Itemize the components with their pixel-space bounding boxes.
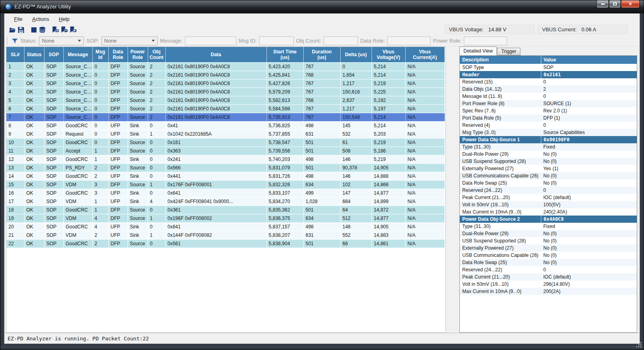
packet-row[interactable]: 20OKSOPGoodCRC4UFPSink00x8415,837,157498… [6, 222, 445, 231]
detail-row[interactable]: Reserved (24...22)0 [460, 266, 637, 273]
power-role-filter-input[interactable] [464, 37, 507, 45]
packet-row[interactable]: 15OKSOPVDM3DFPSource10x176F 0xFF0080015,… [6, 180, 445, 189]
obj-count-filter-input[interactable] [323, 37, 358, 45]
packet-row[interactable]: 14OKSOPGoodCRC2UFPSink00x4415,831,726498… [6, 172, 445, 180]
packet-row[interactable]: 18OKSOPGoodCRC1DFPSource00x3615,835,3625… [6, 206, 445, 214]
detail-row[interactable]: Volt in 50mV (19...10)296(14.80V) [460, 281, 637, 288]
detail-row[interactable]: USB Suspend Supported (28)No (0) [460, 237, 637, 244]
detail-section-row[interactable]: Header0x2161 [460, 71, 637, 78]
detail-row[interactable]: USB Communications Capable (26)No (0) [460, 172, 637, 179]
save-file-icon[interactable] [16, 26, 25, 34]
column-header[interactable]: Start Time (us) [266, 47, 303, 62]
column-header[interactable]: Message [63, 47, 92, 62]
detail-description: Data Objs (14..12) [460, 85, 541, 93]
packet-row[interactable]: 12OKSOPGoodCRC1UFPSink00x2415,740,203498… [6, 155, 445, 163]
goto-bookmark-icon[interactable] [69, 26, 77, 34]
column-header[interactable]: Power Role [128, 47, 148, 62]
detail-row[interactable]: Dual-Role Power (29)No (0) [460, 230, 637, 237]
column-header[interactable]: Vbus Voltage(V) [372, 47, 405, 62]
packet-row[interactable]: 22OKSOPGoodCRC2DFPSource00x5615,838,9045… [6, 239, 445, 248]
packet-row[interactable]: 5OKSOPSource_Cap0DFPSource20x2161 0x8019… [6, 96, 445, 104]
title-bar[interactable]: EZ-PD™ Analyzer Utility ✕ [0, 0, 644, 13]
sop-filter-dropdown[interactable]: None [102, 37, 158, 45]
column-header[interactable]: SL# [6, 47, 24, 62]
menu-item-actions[interactable]: Actions [29, 15, 53, 23]
tab-trigger[interactable]: Trigger [497, 48, 520, 55]
packet-row[interactable]: 6OKSOPSource_Cap0DFPSource20x2161 0x8019… [6, 104, 445, 113]
packet-row[interactable]: 19OKSOPVDM4DFPSource10x196F 0xFF0080025,… [6, 214, 445, 222]
export-database-icon[interactable] [38, 26, 47, 34]
resize-grip-icon[interactable] [636, 342, 642, 348]
packet-row[interactable]: 4OKSOPSource_Cap0DFPSource20x2161 0x8019… [6, 88, 445, 96]
detail-row[interactable]: Type (31..30)Fixed [460, 223, 637, 230]
detail-row[interactable]: Volt in 50mV (19...10)100(5V) [460, 201, 637, 208]
column-header[interactable]: SOP [44, 47, 63, 62]
column-header[interactable]: Obj Count [148, 47, 165, 62]
packet-row[interactable]: 1OKSOPSource_Cap0DFPSource20x2161 0x8019… [6, 62, 445, 71]
stop-icon[interactable] [29, 26, 38, 34]
add-bookmark-icon[interactable] [51, 26, 60, 34]
detail-row[interactable]: Reserved (4)0 [460, 122, 637, 129]
packet-cell: SOP [44, 155, 63, 163]
column-header[interactable]: Delta (us) [340, 47, 372, 62]
filter-bar-grip[interactable] [7, 37, 8, 45]
column-header[interactable]: Vbus Current(A) [405, 47, 445, 62]
detail-row[interactable]: Reserved (24...22)0 [460, 187, 637, 194]
detail-row[interactable]: Max Current in 10mA (9...0)240(2.40A) [460, 208, 637, 216]
packet-row[interactable]: 21OKSOPVDM2UFPSink10x144F 0xFF0080825,83… [6, 231, 445, 239]
detail-row[interactable]: Externally Powered (27)Yes (1) [460, 165, 637, 172]
detail-description: USB Suspend Supported (28) [460, 158, 541, 165]
column-header[interactable]: Data Role [108, 47, 128, 62]
packet-row[interactable]: 10OKSOPGoodCRC0DFPSource00x1615,738,5475… [6, 138, 445, 147]
packet-row[interactable]: 16OKSOPGoodCRC3UFPSink00x6415,833,107499… [6, 189, 445, 197]
maximize-button[interactable] [609, 0, 621, 8]
column-header[interactable]: Msg Id [92, 47, 108, 62]
packet-cell: SOP [44, 96, 63, 104]
detail-section-row[interactable]: Power Data Obj-Source 20x4A0C8 [460, 216, 637, 223]
detail-row[interactable]: Data Role Swap (25)No (0) [460, 179, 637, 187]
column-header[interactable]: Status [24, 47, 44, 62]
menu-item-file[interactable]: File [11, 15, 26, 23]
packet-row[interactable]: 3OKSOPSource_Cap0DFPSource20x2161 0x8019… [6, 79, 445, 88]
detail-value: 0x2161 [541, 71, 637, 78]
packet-cell: 5,219 [372, 79, 405, 88]
column-header[interactable]: Data [165, 47, 266, 62]
menu-item-help[interactable]: Help [56, 15, 73, 23]
minimize-button[interactable] [597, 0, 609, 8]
packet-row[interactable]: 17OKSOPVDM1UFPSink40x424F 0xFF008041 0x9… [6, 197, 445, 206]
detail-row[interactable]: Data Objs (14..12)2 [460, 85, 637, 93]
packet-row[interactable]: 8OKSOPGoodCRC0UFPSink00x415,736,82549814… [6, 121, 445, 130]
detail-row[interactable]: Dual-Role Power (29)No (0) [460, 151, 637, 158]
remove-bookmark-icon[interactable] [60, 26, 69, 34]
packet-row[interactable]: 9OKSOPRequest0UFPSink10x1042 0x2201685A5… [6, 130, 445, 138]
tab-detailed-view[interactable]: Detailed View [459, 47, 497, 55]
detail-row[interactable]: Port Power Role (8)SOURCE (1) [460, 100, 637, 107]
data-role-filter-input[interactable] [387, 37, 431, 45]
packet-row[interactable]: 2OKSOPSource_Cap0DFPSource20x2161 0x8019… [6, 71, 445, 79]
packet-row-selected[interactable]: 7OKSOPSource_Cap0DFPSource20x2161 0x8019… [6, 113, 445, 121]
detail-row[interactable]: SOP TypeSOP [460, 64, 637, 71]
detail-row[interactable]: Msg Type (3..0)Source Capabilities [460, 129, 637, 136]
packet-row[interactable]: 11OKSOPAccept1DFPSource00x3635,739,55650… [6, 147, 445, 155]
message-filter-input[interactable] [185, 37, 236, 45]
msg-id-filter-input[interactable] [259, 37, 294, 45]
detail-row[interactable]: Message Id (11..9)0 [460, 93, 637, 100]
detail-section-row[interactable]: Power Data Obj-Source 10x80190F0 [460, 136, 637, 143]
detail-row[interactable]: Peak Current (21...20)IOC (default) [460, 194, 637, 201]
packet-row[interactable]: 13OKSOPPS_RDY2DFPSource00x5665,831,07950… [6, 163, 445, 172]
column-header[interactable]: Duration (us) [303, 47, 340, 62]
detail-row[interactable]: Externally Powered (27)No (0) [460, 244, 637, 252]
detail-row[interactable]: USB Communications Capable (26)No (0) [460, 252, 637, 259]
detail-row[interactable]: Max Current in 10mA (9...0)200(2A) [460, 288, 637, 295]
detail-row[interactable]: Data Role Swap (25)No (0) [460, 259, 637, 266]
detail-row[interactable]: Peak Current (21...20)IOC (default) [460, 273, 637, 281]
detail-row[interactable]: Type (31..30)Fixed [460, 143, 637, 151]
detail-row[interactable]: Spec Rev (7..6)Rev 2.0 (1) [460, 107, 637, 114]
close-button[interactable]: ✕ [621, 0, 640, 8]
detail-row[interactable]: Reserved (15)0 [460, 78, 637, 85]
detail-row[interactable]: USB Suspend Supported (28)No (0) [460, 158, 637, 165]
open-file-icon[interactable] [8, 26, 16, 34]
detail-row[interactable]: Port Data Role (5)DFP (1) [460, 114, 637, 122]
status-filter-dropdown[interactable]: None [39, 37, 84, 45]
packet-cell: 1,654 [340, 71, 372, 79]
